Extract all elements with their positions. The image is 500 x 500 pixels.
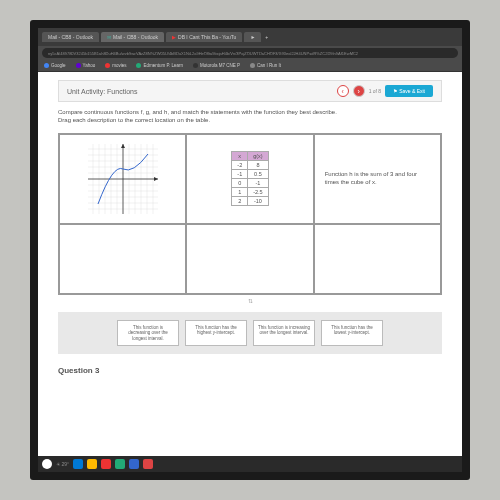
function-h-cell: Function h is the sum of 3 and four time… <box>314 134 441 224</box>
app-icon-3[interactable] <box>129 459 139 469</box>
bookmark-edmentum[interactable]: Edmentum P. Learn <box>136 63 182 68</box>
graph-cell <box>59 134 186 224</box>
bookmark-canirun[interactable]: Can I Run It <box>250 63 281 68</box>
taskbar: ☀ 29° <box>38 456 462 472</box>
motorola-icon <box>193 63 198 68</box>
url-bar: ny5cA/489780V3245b155B1ah8DuH4Bu/wvb9wcV… <box>38 46 462 60</box>
prev-button[interactable]: ‹ <box>337 85 349 97</box>
page-indicator: 1 of 8 <box>369 88 382 94</box>
folder-icon[interactable] <box>87 459 97 469</box>
question-3-heading: Question 3 <box>58 366 442 375</box>
bookmark-google[interactable]: Google <box>44 63 66 68</box>
drag-item-1[interactable]: This function is decreasing over the lon… <box>117 320 179 346</box>
outlook-icon: ✉ <box>107 34 111 40</box>
drag-source-row: This function is decreasing over the lon… <box>58 312 442 354</box>
browser-tabs: Mail - CB8 - Outlook ✉Mail - CB8 - Outlo… <box>38 28 462 46</box>
app-icon-1[interactable] <box>101 459 111 469</box>
url-input[interactable]: ny5cA/489780V3245b155B1ah8DuH4Bu/wvb9wcV… <box>42 48 458 58</box>
chevron-right-icon: › <box>357 88 359 95</box>
drop-zone-1[interactable] <box>59 224 186 294</box>
activity-header: Unit Activity: Functions ‹ › 1 of 8 ⚑Sav… <box>58 80 442 102</box>
game-icon <box>250 63 255 68</box>
data-table-cell: xg(x) -28 -10.5 0-1 1-2.5 2-10 <box>186 134 313 224</box>
function-f-graph <box>88 144 158 214</box>
instructions: Compare continuous functions f, g, and h… <box>58 108 442 125</box>
bookmarks-bar: Google Yahoo movies Edmentum P. Learn Mo… <box>38 60 462 72</box>
activity-title: Unit Activity: Functions <box>67 88 137 95</box>
function-table: xg(x) -28 -10.5 0-1 1-2.5 2-10 Function … <box>58 133 442 295</box>
drag-item-3[interactable]: This function is increasing over the lon… <box>253 320 315 346</box>
bookmark-motorola[interactable]: Motorola M7 CNE P <box>193 63 240 68</box>
new-tab-button[interactable]: + <box>263 32 270 42</box>
tab-2[interactable]: ✉Mail - CB8 - Outlook <box>101 32 164 42</box>
search-icon[interactable] <box>42 459 52 469</box>
app-icon-2[interactable] <box>115 459 125 469</box>
next-button[interactable]: › <box>353 85 365 97</box>
yahoo-icon <box>76 63 81 68</box>
weather[interactable]: ☀ 29° <box>56 461 69 467</box>
svg-marker-22 <box>154 177 158 181</box>
drag-handle-icon[interactable]: ⇅ <box>58 295 442 306</box>
google-icon <box>44 63 49 68</box>
save-exit-button[interactable]: ⚑Save & Exit <box>385 85 433 97</box>
youtube-icon: ▶ <box>172 34 176 40</box>
tab-1[interactable]: Mail - CB8 - Outlook <box>42 32 99 42</box>
app-icon-4[interactable] <box>143 459 153 469</box>
bookmark-movies[interactable]: movies <box>105 63 126 68</box>
edmentum-icon <box>136 63 141 68</box>
function-h-text: Function h is the sum of 3 and four time… <box>321 171 434 187</box>
bookmark-yahoo[interactable]: Yahoo <box>76 63 96 68</box>
tab-3[interactable]: ▶DB I Cant This Ba - YouTu <box>166 32 242 42</box>
drag-item-2[interactable]: This function has the highest y-intercep… <box>185 320 247 346</box>
movies-icon <box>105 63 110 68</box>
tab-4[interactable]: ► <box>244 32 261 42</box>
svg-marker-23 <box>121 144 125 148</box>
chevron-left-icon: ‹ <box>341 88 343 95</box>
drag-item-4[interactable]: This function has the lowest y-intercept… <box>321 320 383 346</box>
edge-icon[interactable] <box>73 459 83 469</box>
drop-zone-3[interactable] <box>314 224 441 294</box>
g-data-table: xg(x) -28 -10.5 0-1 1-2.5 2-10 <box>231 151 268 206</box>
flag-icon: ⚑ <box>393 88 397 94</box>
drop-zone-2[interactable] <box>186 224 313 294</box>
